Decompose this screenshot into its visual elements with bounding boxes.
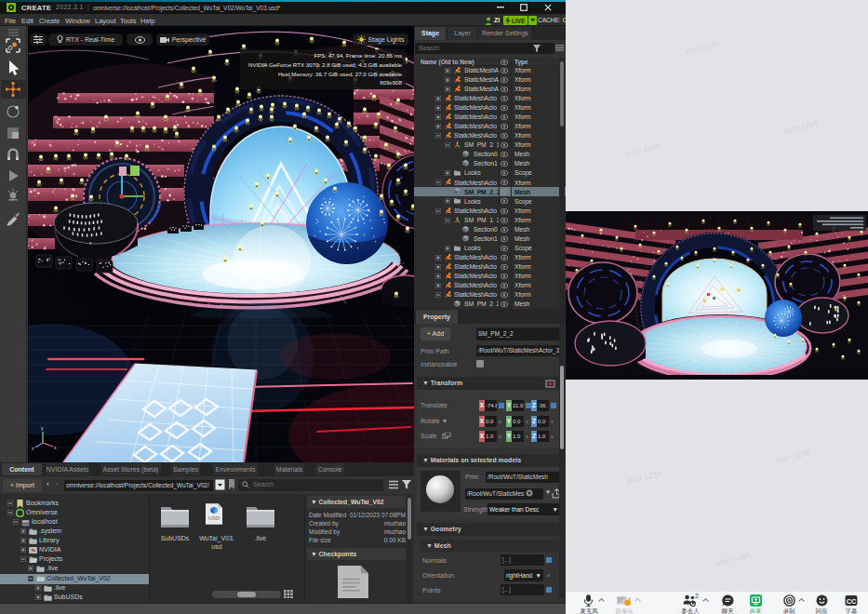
svg-text:4597 1234: 4597 1234 <box>684 39 720 57</box>
svg-text:4597 1234: 4597 1234 <box>625 469 661 487</box>
svg-text:4597 1234: 4597 1234 <box>782 119 819 137</box>
svg-text:CC: CC <box>847 597 856 606</box>
svg-text:4597 1234: 4597 1234 <box>714 551 751 568</box>
svg-text:4597 1234: 4597 1234 <box>774 448 810 466</box>
svg-text:4597 1234: 4597 1234 <box>624 141 661 159</box>
